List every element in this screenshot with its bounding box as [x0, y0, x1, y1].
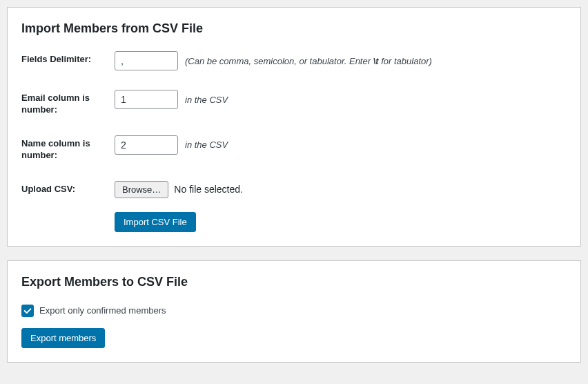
name-col-label: Name column is number:	[21, 135, 115, 162]
email-col-row: Email column is number: in the CSV	[21, 90, 567, 116]
delimiter-row: Fields Delimiter: (Can be comma, semicol…	[21, 51, 567, 70]
import-title: Import Members from CSV File	[21, 21, 567, 36]
name-col-row: Name column is number: in the CSV	[21, 135, 567, 162]
email-col-hint: in the CSV	[185, 95, 228, 105]
upload-label: Upload CSV:	[21, 181, 115, 195]
email-col-control: in the CSV	[115, 90, 228, 109]
name-col-control: in the CSV	[115, 135, 228, 155]
upload-control: Browse… No file selected.	[115, 181, 243, 198]
delimiter-control: (Can be comma, semicolon, or tabulator. …	[115, 51, 432, 70]
delimiter-input[interactable]	[115, 51, 178, 70]
export-panel: Export Members to CSV File Export only c…	[7, 260, 581, 363]
upload-row: Upload CSV: Browse… No file selected.	[21, 181, 567, 198]
name-col-input[interactable]	[115, 135, 178, 155]
confirmed-row: Export only confirmed members	[21, 305, 567, 317]
confirmed-checkbox[interactable]	[21, 305, 34, 317]
email-col-input[interactable]	[115, 90, 178, 109]
file-status: No file selected.	[174, 184, 243, 195]
browse-button[interactable]: Browse…	[115, 181, 168, 198]
check-icon	[23, 306, 32, 316]
delimiter-hint: (Can be comma, semicolon, or tabulator. …	[185, 56, 432, 66]
delimiter-label: Fields Delimiter:	[21, 51, 115, 66]
name-col-hint: in the CSV	[185, 140, 228, 150]
export-button[interactable]: Export members	[21, 328, 105, 348]
export-title: Export Members to CSV File	[21, 275, 567, 289]
email-col-label: Email column is number:	[21, 90, 115, 116]
confirmed-label: Export only confirmed members	[39, 305, 166, 316]
import-submit-row: Import CSV File	[115, 212, 567, 232]
import-button[interactable]: Import CSV File	[115, 212, 196, 232]
import-panel: Import Members from CSV File Fields Deli…	[7, 7, 581, 247]
